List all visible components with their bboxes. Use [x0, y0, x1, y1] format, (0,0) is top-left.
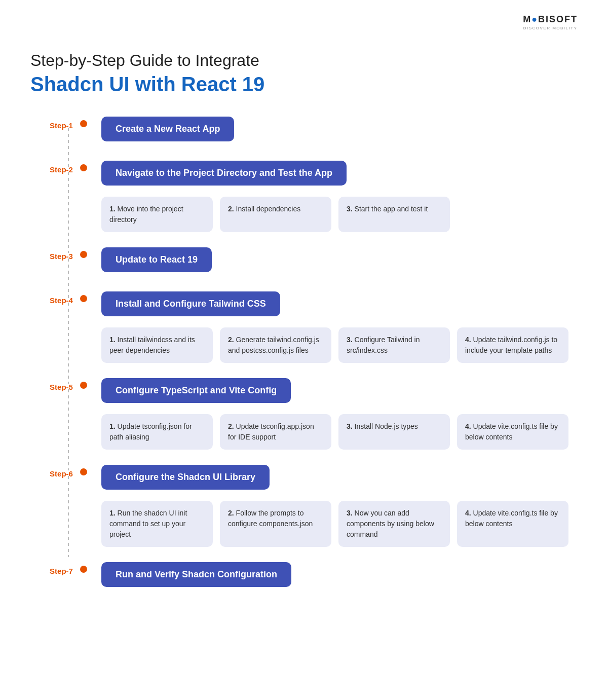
step-row-step1: Step-1Create a New React App: [46, 117, 578, 161]
sub-items-row-step5: 1. Update tsconfig.json for path aliasin…: [101, 414, 578, 450]
step-label-step3: Step-3: [50, 247, 73, 260]
sub-item-step2-2: 2. Install dependencies: [220, 197, 331, 232]
step-header-step6: Configure the Shadcn UI Library: [101, 465, 270, 490]
step-dot-step2: [80, 164, 87, 171]
sub-item-step6-3: 3. Now you can add components by using b…: [338, 501, 450, 547]
sub-item-step5-3: 3. Install Node.js types: [338, 414, 450, 450]
step-header-step7: Run and Verify Shadcn Configuration: [101, 562, 291, 587]
step-line-step6: [68, 476, 69, 557]
step-indicator-step7: Step-7: [50, 562, 87, 575]
steps-container: Step-1Create a New React AppStep-2Naviga…: [46, 117, 578, 606]
step-row-step3: Step-3Update to React 19: [46, 247, 578, 291]
sub-item-step4-2: 2. Generate tailwind.config.js and postc…: [220, 327, 331, 363]
step-row-step5: Step-5Configure TypeScript and Vite Conf…: [46, 378, 578, 465]
logo: M●BISOFT DISCOVER MOBILITY: [523, 14, 578, 30]
step-dot-step7: [80, 566, 87, 573]
step-row-step6: Step-6Configure the Shadcn UI Library1. …: [46, 465, 578, 562]
sub-item-step6-4: 4. Update vite.config.ts file by below c…: [457, 501, 568, 547]
step-line-step3: [68, 259, 69, 299]
step-header-step3: Update to React 19: [101, 247, 212, 272]
sub-item-step5-1: 1. Update tsconfig.json for path aliasin…: [101, 414, 213, 450]
step-content-step3: Update to React 19: [101, 247, 578, 291]
logo-text: M●BISOFT: [523, 14, 578, 25]
step-row-step7: Step-7Run and Verify Shadcn Configuratio…: [46, 562, 578, 606]
step-label-step5: Step-5: [50, 378, 73, 391]
step-label-step7: Step-7: [50, 562, 73, 575]
step-label-step1: Step-1: [50, 117, 73, 129]
step-left-step1: Step-1: [46, 117, 91, 129]
sub-item-step6-2: 2. Follow the prompts to configure compo…: [220, 501, 331, 547]
step-content-step6: Configure the Shadcn UI Library1. Run th…: [101, 465, 578, 562]
step-line-step5: [68, 389, 69, 470]
sub-items-row-step6: 1. Run the shadcn UI init command to set…: [101, 501, 578, 547]
sub-item-step4-4: 4. Update tailwind.config.js to include …: [457, 327, 568, 363]
sub-items-row-step4: 1. Install tailwindcss and its peer depe…: [101, 327, 578, 363]
step-line-step2: [68, 172, 69, 253]
step-label-step6: Step-6: [50, 465, 73, 477]
step-line-step1: [68, 128, 69, 168]
step-header-step1: Create a New React App: [101, 117, 234, 141]
step-header-step5: Configure TypeScript and Vite Config: [101, 378, 291, 403]
sub-item-step6-1: 1. Run the shadcn UI init command to set…: [101, 501, 213, 547]
sub-items-row-step2: 1. Move into the project directory2. Ins…: [101, 197, 578, 232]
sub-item-step5-2: 2. Update tsconfig.app.json for IDE supp…: [220, 414, 331, 450]
sub-item-step4-3: 3. Configure Tailwind in src/index.css: [338, 327, 450, 363]
step-dot-step5: [80, 382, 87, 389]
step-header-step2: Navigate to the Project Directory and Te…: [101, 161, 347, 186]
step-row-step4: Step-4Install and Configure Tailwind CSS…: [46, 291, 578, 378]
sub-item-step5-4: 4. Update vite.config.ts file by below c…: [457, 414, 568, 450]
step-label-step4: Step-4: [50, 291, 73, 304]
step-header-step4: Install and Configure Tailwind CSS: [101, 291, 280, 316]
sub-item-step4-1: 1. Install tailwindcss and its peer depe…: [101, 327, 213, 363]
step-label-step2: Step-2: [50, 161, 73, 173]
page-title-sub: Step-by-Step Guide to Integrate: [30, 51, 578, 70]
step-dot-step3: [80, 251, 87, 258]
logo-sub: DISCOVER MOBILITY: [523, 26, 578, 30]
sub-item-step2-3: 3. Start the app and test it: [338, 197, 450, 232]
step-line-step4: [68, 303, 69, 384]
step-content-step5: Configure TypeScript and Vite Config1. U…: [101, 378, 578, 465]
step-dot-step4: [80, 295, 87, 302]
sub-item-step2-1: 1. Move into the project directory: [101, 197, 213, 232]
step-content-step1: Create a New React App: [101, 117, 578, 161]
step-content-step7: Run and Verify Shadcn Configuration: [101, 562, 578, 606]
step-left-step7: Step-7: [46, 562, 91, 575]
step-dot-step6: [80, 468, 87, 475]
page-title-main: Shadcn UI with React 19: [30, 72, 578, 96]
step-content-step4: Install and Configure Tailwind CSS1. Ins…: [101, 291, 578, 378]
step-content-step2: Navigate to the Project Directory and Te…: [101, 161, 578, 247]
step-row-step2: Step-2Navigate to the Project Directory …: [46, 161, 578, 247]
step-dot-step1: [80, 120, 87, 127]
